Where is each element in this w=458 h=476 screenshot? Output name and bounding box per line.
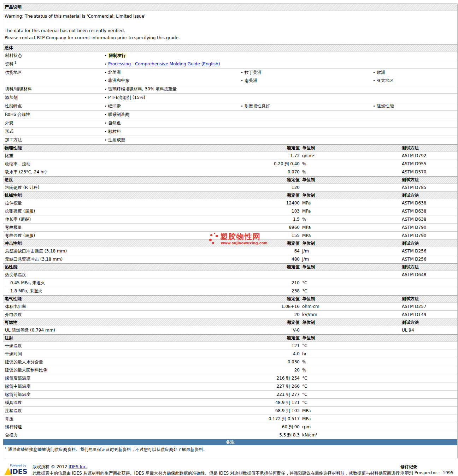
column-header-method: 测试方法	[399, 264, 457, 270]
bullet-item: •南美洲	[239, 77, 370, 85]
property-value: 5.5 到 8.3	[250, 431, 300, 439]
bullet-item: •自然色	[103, 119, 238, 127]
property-value: 120	[250, 184, 300, 191]
general-row: 填料/增强材料•玻璃纤维增强材料, 30% 填料按重量	[3, 85, 457, 94]
property-value: 20	[250, 366, 300, 374]
property-label: 收缩率 - 流动	[3, 160, 250, 168]
column-header-method: 测试方法	[399, 240, 457, 246]
bullet-label: 欧洲	[377, 70, 385, 75]
property-value: 1.0E+16	[250, 303, 300, 310]
notes-bar-label: 备注	[226, 440, 235, 445]
section-title: 注射	[3, 335, 250, 341]
bullet-icon: •	[103, 85, 108, 93]
bullet-item: •耐磨损性良好	[239, 102, 370, 110]
property-value: 216 到 254	[250, 374, 300, 382]
property-label: 弯曲模量	[3, 224, 250, 231]
property-row: 模具温度48.9 到 121°C	[3, 399, 457, 407]
property-value: 12400	[250, 199, 300, 207]
property-label: 干燥温度	[3, 342, 250, 350]
property-method	[399, 366, 457, 374]
general-row: 资料 1•Processing - Comprehensive Molding …	[3, 60, 457, 69]
property-unit: MPa	[300, 207, 399, 215]
property-unit: °C	[300, 287, 399, 295]
section-title: 总体	[5, 45, 13, 50]
property-row: 体积电阻率1.0E+16ohm·cmASTM D257	[3, 303, 457, 311]
column-header-method	[399, 335, 457, 341]
property-label: 抗张强度 (屈服)	[3, 207, 250, 215]
bullet-item: •限制发行	[103, 52, 238, 60]
property-method	[399, 407, 457, 415]
property-method	[399, 374, 457, 382]
bullet-item: •北美洲	[103, 69, 238, 77]
property-unit: %	[300, 366, 399, 374]
bullet-icon: •	[103, 94, 108, 102]
column-header-value: 额定值	[250, 240, 300, 246]
bullet-column: •北美洲•非洲和中东	[101, 69, 238, 85]
ides-inc-link[interactable]: IDES Inc.	[69, 464, 87, 469]
section-header: 注射额定值单位制	[3, 334, 457, 342]
property-unit: g/cm³	[300, 152, 399, 160]
property-unit: °C	[300, 399, 399, 406]
column-header-method: 测试方法	[399, 145, 457, 151]
column-header-value: 额定值	[250, 335, 300, 341]
property-label: 热变形温度	[3, 271, 250, 279]
property-value: 20	[250, 311, 300, 319]
property-row: 螺杆转速60 到 90rpm	[3, 423, 457, 431]
property-method: ASTM D149	[399, 311, 457, 319]
bullet-icon: •	[103, 60, 108, 68]
bullet-label: 联系制造商	[108, 112, 129, 117]
property-method: ASTM D785	[399, 184, 457, 191]
property-method	[399, 431, 457, 439]
general-row: 加工方法•注射成型	[3, 136, 457, 144]
property-unit: %	[300, 160, 399, 168]
property-label: 洛氏硬度 (R 计秤)	[3, 184, 250, 191]
bullet-label: 玻璃纤维增强材料, 30% 填料按重量	[108, 87, 177, 91]
property-value: 238	[250, 287, 300, 295]
property-value: 1.5	[250, 215, 300, 223]
bullet-label: 耐磨损性良好	[245, 103, 270, 108]
general-row: 性能特点•经润滑•耐磨损性良好•阻燃性能	[3, 102, 457, 111]
property-method	[399, 423, 457, 431]
section-title: 产品说明	[5, 5, 22, 10]
general-row: 供货地区•北美洲•非洲和中东•拉丁美洲•南美洲•欧洲•亚太地区	[3, 69, 457, 85]
property-label: 合模力	[3, 431, 250, 439]
property-value: 221 到 277	[250, 391, 300, 398]
property-label: 干燥时间	[3, 350, 250, 358]
ides-logo: Powered by IDES	[3, 464, 30, 476]
property-label: 模具温度	[3, 399, 250, 406]
property-value: 1.73	[250, 152, 300, 160]
row-label: 填料/增强材料	[3, 85, 101, 93]
property-unit: kV/mm	[300, 311, 399, 319]
bullet-item: •欧洲	[371, 69, 457, 77]
column-header-value: 额定值	[250, 192, 300, 198]
general-section-header: 总体	[3, 44, 457, 52]
bullet-label: PTFE润滑剂 (15%)	[108, 95, 145, 100]
property-value	[250, 271, 300, 279]
section-header: 热性能额定值单位制测试方法	[3, 263, 457, 271]
property-label: 螺筒前部温度	[3, 391, 250, 398]
property-unit: J/m	[300, 247, 399, 255]
property-unit: %	[300, 168, 399, 176]
warning-line: The data for this material has not been …	[5, 28, 456, 34]
column-header-unit: 单位制	[300, 335, 399, 341]
disclaimer-text: 此数据表中的信息由 IDES 从该材料的生产商处获得。IDES 尽最大努力确保此…	[33, 470, 400, 476]
bullet-icon: •	[103, 52, 108, 60]
datasheet-link[interactable]: Processing - Comprehensive Molding Guide…	[108, 61, 220, 66]
section-title: 电气性能	[3, 296, 250, 302]
bullet-column: •颗粒料	[101, 127, 238, 136]
property-value: 0.172 到 0.517	[250, 415, 300, 423]
property-method: ASTM D648	[399, 271, 457, 279]
bullet-item: •PTFE润滑剂 (15%)	[103, 94, 238, 102]
property-label: 介电强度	[3, 311, 250, 319]
property-unit: °C	[300, 382, 399, 390]
property-unit: MPa	[300, 199, 399, 207]
bullet-item: •经润滑	[103, 102, 238, 110]
row-label: 供货地区	[3, 69, 101, 76]
property-label: 螺筒中部温度	[3, 382, 250, 390]
property-row: 注塑温度68.9 到 103MPa	[3, 407, 457, 415]
row-label: 添加剂	[3, 94, 101, 101]
section-title: 硬度	[3, 177, 250, 183]
property-label: 吸水率 (23°C, 24 hr)	[3, 168, 250, 176]
property-row: 建议的最大回制料比例20%	[3, 366, 457, 374]
property-unit	[300, 271, 399, 279]
